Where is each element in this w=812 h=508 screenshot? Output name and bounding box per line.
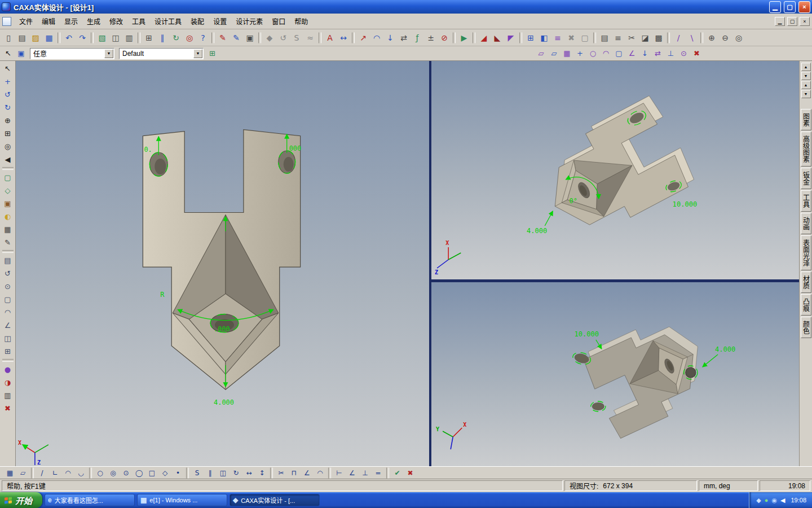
print[interactable]: ▥ <box>122 31 136 45</box>
circle[interactable]: ○ <box>94 467 107 479</box>
menu-generate[interactable]: 生成 <box>82 15 105 28</box>
context-help[interactable]: ? <box>196 31 210 45</box>
tab-surface-finish[interactable]: 表面光泽 <box>801 235 811 270</box>
select[interactable]: ↖ <box>1 62 15 75</box>
chamfer[interactable]: ∠ <box>301 467 314 479</box>
sketch-grid[interactable]: ▦ <box>3 467 16 479</box>
spin-view[interactable]: ↻ <box>1 101 15 114</box>
mdi-close-button[interactable]: × <box>800 17 810 26</box>
plane-xy[interactable]: ▱ <box>535 47 548 60</box>
tab-tools[interactable]: 工具 <box>801 190 811 212</box>
menu-design-elements[interactable]: 设计元素 <box>231 15 267 28</box>
style-dropdown[interactable]: Default ▼ <box>119 48 204 59</box>
mdi-minimize-button[interactable]: ▁ <box>775 17 785 26</box>
mirror[interactable]: ◫ <box>217 467 230 479</box>
cancel-sketch[interactable]: ✖ <box>690 47 703 60</box>
selection-filter-dropdown[interactable]: 任意 ▼ <box>30 48 114 59</box>
menu-tools[interactable]: 工具 <box>127 15 150 28</box>
move-plane[interactable]: + <box>573 47 586 60</box>
page-down[interactable]: ▼ <box>801 90 811 98</box>
dim-angular[interactable]: ∠ <box>346 467 359 479</box>
project-curve[interactable]: ↓ <box>638 47 651 60</box>
scroll-up[interactable]: ▲ <box>801 63 811 71</box>
zoom-out[interactable]: ⊖ <box>718 31 732 45</box>
tray-ime[interactable]: ◆ <box>756 497 761 503</box>
rotate-view[interactable]: ↺ <box>1 88 15 101</box>
chevron-down-icon[interactable]: ▼ <box>193 49 202 58</box>
viewport-iso-top-canvas[interactable]: 4.000 10.000 0° X Z <box>431 61 799 279</box>
layer-manager[interactable]: ▩ <box>652 31 665 45</box>
polyline[interactable]: ∟ <box>48 467 61 479</box>
trajectory[interactable]: ↗ <box>356 31 370 45</box>
fillet[interactable]: ◠ <box>1 306 15 319</box>
array-feature[interactable]: ⊞ <box>1 345 15 358</box>
tab-primitives[interactable]: 图素 <box>801 109 811 130</box>
zoom-fit[interactable]: ◎ <box>1 140 15 153</box>
properties[interactable]: ▥ <box>1 389 15 402</box>
arc[interactable]: ◠ <box>61 467 74 479</box>
sketch-angle[interactable]: ∠ <box>625 47 638 60</box>
wireframe-toggle[interactable]: ▦ <box>1 223 15 236</box>
sketch-grid[interactable]: ▦ <box>561 47 573 60</box>
arc-3pt[interactable]: ◡ <box>74 467 87 479</box>
dimension-tool[interactable]: ↔ <box>337 31 350 45</box>
minimize-button[interactable]: ▁ <box>769 1 781 13</box>
loft-feature[interactable]: ≈ <box>303 31 317 45</box>
offset[interactable]: ∥ <box>204 467 217 479</box>
section-y[interactable]: ◣ <box>491 31 504 45</box>
ellipse[interactable]: ◯ <box>133 467 145 479</box>
polygon[interactable]: ◇ <box>158 467 171 479</box>
menu-assembly[interactable]: 装配 <box>186 15 209 28</box>
select-target[interactable]: ◎ <box>183 31 196 45</box>
tolerance[interactable]: ± <box>424 31 438 45</box>
format-painter[interactable]: ▧ <box>95 31 109 45</box>
render-mode[interactable]: ◐ <box>1 210 15 223</box>
zoom-in-view[interactable]: ⊕ <box>1 114 15 127</box>
bom-table[interactable]: ▤ <box>598 31 611 45</box>
line[interactable]: / <box>36 467 48 479</box>
fillet[interactable]: ◠ <box>314 467 326 479</box>
mdi-restore-button[interactable]: ▢ <box>787 17 797 26</box>
rectangle[interactable]: □ <box>145 467 158 479</box>
erase[interactable]: ✖ <box>1 402 15 415</box>
previous-view[interactable]: ◀ <box>1 153 15 166</box>
constraint-equal[interactable]: = <box>372 467 385 479</box>
sketch-circle[interactable]: ○ <box>586 47 599 60</box>
sketch-profile[interactable]: ✎ <box>216 31 230 45</box>
sketch-arc[interactable]: ◠ <box>599 47 612 60</box>
material[interactable]: ● <box>1 363 15 376</box>
group-parts[interactable]: ◪ <box>638 31 652 45</box>
open[interactable]: ▨ <box>29 31 42 45</box>
dim-linear[interactable]: ⊢ <box>333 467 346 479</box>
work-plane[interactable]: ▱ <box>16 467 29 479</box>
mirror-feature[interactable]: ◫ <box>1 332 15 345</box>
circle-concentric[interactable]: ◎ <box>107 467 120 479</box>
swap-direction[interactable]: ⇄ <box>397 31 411 45</box>
point[interactable]: • <box>171 467 184 479</box>
new-design[interactable]: ▤ <box>15 31 29 45</box>
cancel[interactable]: ✖ <box>404 467 417 479</box>
tab-bump[interactable]: 凸痕 <box>801 294 811 316</box>
front-view[interactable]: ▢ <box>1 171 15 184</box>
select-box-tool[interactable]: ▣ <box>15 47 28 60</box>
redo[interactable]: ↷ <box>76 31 89 45</box>
attach-point[interactable]: ⊙ <box>677 47 690 60</box>
copy[interactable]: ◫ <box>109 31 122 45</box>
undo[interactable]: ↶ <box>62 31 76 45</box>
equation[interactable]: ƒ <box>411 31 424 45</box>
menu-window[interactable]: 窗口 <box>267 15 290 28</box>
tab-sheet-metal[interactable]: 钣金 <box>801 168 811 189</box>
stretch[interactable]: ↕ <box>255 467 268 479</box>
task-windows-viewer[interactable]: ▦ e[1] - Windows ... <box>137 494 227 506</box>
save[interactable]: ▦ <box>42 31 56 45</box>
sweep-feature[interactable]: S <box>290 31 303 45</box>
tab-color[interactable]: 颜色 <box>801 317 811 338</box>
refresh-view[interactable]: ↻ <box>169 31 183 45</box>
restore-button[interactable]: ▢ <box>784 1 796 13</box>
chamfer[interactable]: ∠ <box>1 319 15 332</box>
tray-antivirus[interactable]: ● <box>765 497 769 503</box>
zoom-window[interactable]: ⊞ <box>1 127 15 140</box>
trim-tool[interactable]: ✂ <box>625 31 638 45</box>
move[interactable]: ↔ <box>242 467 255 479</box>
menu-settings[interactable]: 设置 <box>209 15 231 28</box>
